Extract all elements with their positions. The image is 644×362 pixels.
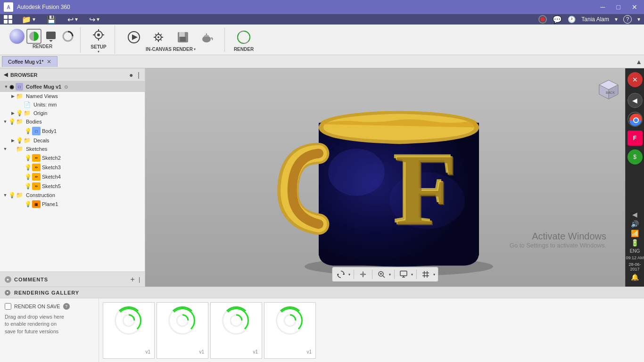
close-button[interactable]: ✕ [629, 2, 640, 12]
file-menu[interactable]: 📁▾ [20, 14, 37, 25]
tree-item-sketch3[interactable]: 💡 ✏ Sketch3 [0, 163, 145, 172]
help-button[interactable]: ? [623, 15, 632, 24]
user-dropdown-arrow[interactable]: ▾ [615, 16, 618, 23]
render-mode-button[interactable]: RENDER [5, 27, 81, 53]
svg-rect-48 [400, 271, 407, 276]
body1-eye[interactable]: 💡 [25, 128, 32, 134]
render-action-button[interactable] [232, 28, 255, 47]
side-btn-close[interactable]: ✕ [627, 72, 643, 87]
tree-item-origin[interactable]: ▶ 💡 📁 Origin [0, 109, 145, 117]
in-canvas-dropdown[interactable]: ▾ [194, 47, 196, 51]
named-views-arrow[interactable]: ▶ [9, 94, 16, 99]
record-button[interactable] [538, 15, 547, 24]
pan-button[interactable] [357, 269, 369, 280]
tree-root[interactable]: ▼ ◉ □ Coffee Mug v1 ⊙ [0, 82, 145, 92]
plane1-eye[interactable]: 💡 [25, 201, 32, 207]
apps-grid-icon[interactable] [4, 15, 12, 24]
browser-collapse-arrow[interactable]: ◀ [4, 72, 8, 78]
bodies-eye[interactable]: 💡 [8, 118, 16, 125]
grid-dropdown[interactable]: ▾ [433, 272, 435, 277]
user-menu[interactable]: Tania Alam [581, 16, 609, 23]
zoom-dropdown[interactable]: ▾ [389, 272, 391, 277]
tree-item-body1[interactable]: 💡 □ Body1 [0, 126, 145, 136]
render-on-save-help[interactable]: ? [63, 303, 70, 310]
side-volume-icon[interactable]: 🔊 [631, 220, 639, 228]
setup-dropdown[interactable]: ▾ [98, 49, 99, 54]
origin-arrow[interactable]: ▶ [9, 111, 16, 115]
browser-pin-button[interactable]: ● [128, 71, 134, 79]
thumbnail-1[interactable]: v1 [103, 302, 155, 359]
side-battery-icon[interactable]: 🔋 [631, 239, 639, 247]
in-canvas-save-button[interactable] [172, 28, 194, 47]
root-visibility[interactable]: ◉ [9, 84, 14, 90]
redo-button[interactable]: ↪▾ [87, 14, 101, 25]
display-dropdown[interactable]: ▾ [411, 272, 413, 277]
tab-expand-button[interactable]: ▲ [636, 58, 642, 66]
tree-item-construction[interactable]: ▼ 💡 📁 Construction [0, 191, 145, 199]
units-label: Units: mm [33, 102, 57, 107]
tree-item-named-views[interactable]: ▶ 📁 Named Views [0, 92, 145, 100]
tree-item-sketch2[interactable]: 💡 ✏ Sketch2 [0, 153, 145, 163]
tree-item-sketch4[interactable]: 💡 ✏ Sketch4 [0, 172, 145, 181]
thumbnail-3[interactable]: v1 [210, 302, 262, 359]
title-bar-controls: ─ □ ✕ [598, 2, 640, 12]
grid-button[interactable] [420, 269, 431, 280]
root-options[interactable]: ⊙ [64, 84, 68, 90]
sketch5-eye[interactable]: 💡 [25, 183, 32, 189]
undo-button[interactable]: ↩▾ [66, 14, 80, 25]
tree-item-decals[interactable]: ▶ 💡 📁 Decals [0, 136, 145, 145]
comments-expand-button[interactable]: | [139, 276, 140, 283]
in-canvas-teapot-button[interactable] [196, 28, 219, 47]
tree-item-sketch5[interactable]: 💡 ✏ Sketch5 [0, 181, 145, 191]
tree-item-plane1[interactable]: 💡 ▦ Plane1 [0, 199, 145, 209]
thumbnail-2[interactable]: v1 [157, 302, 208, 359]
save-button[interactable]: 💾 [45, 14, 58, 25]
right-side-panel: ✕ ◀ F $ ◀ 🔊 📶 🔋 ENG 09:12 AM 28-06-2017 … [625, 68, 644, 287]
view-cube[interactable]: BACK [592, 73, 620, 101]
clock-icon[interactable]: 🕐 [568, 16, 576, 23]
side-expand-btn[interactable]: ◀ [632, 211, 637, 218]
decals-arrow[interactable]: ▶ [9, 138, 16, 143]
sketches-arrow[interactable]: ▼ [2, 147, 8, 151]
comments-section[interactable]: ● COMMENTS + | [0, 272, 145, 287]
decals-eye[interactable]: 💡 [16, 137, 24, 144]
construction-eye[interactable]: 💡 [8, 192, 16, 198]
tree-item-sketches[interactable]: ▼ 📁 Sketches [0, 145, 145, 153]
setup-button[interactable] [87, 25, 110, 44]
side-btn-chrome[interactable] [627, 112, 643, 127]
view-cube-svg[interactable]: BACK [592, 73, 625, 106]
help-dropdown[interactable]: ▾ [637, 16, 640, 23]
in-canvas-play-button[interactable] [123, 28, 145, 47]
thumbnail-4[interactable]: v1 [264, 302, 316, 359]
side-wifi-icon[interactable]: 📶 [631, 230, 639, 237]
zoom-button[interactable] [376, 269, 387, 280]
orbit-dropdown[interactable]: ▾ [348, 272, 350, 277]
rendering-gallery-header[interactable]: ● RENDERING GALLERY [0, 287, 644, 298]
decals-folder: 📁 [24, 137, 32, 144]
tree-item-units[interactable]: 📄 Units: mm [0, 100, 145, 109]
side-notification-icon[interactable]: 🔔 [631, 273, 639, 281]
left-panel: ◀ BROWSER ● | ▼ ◉ □ Coffee Mug v1 ⊙ ▶ 📁 … [0, 68, 145, 287]
sketch4-eye[interactable]: 💡 [25, 173, 32, 180]
comments-add-button[interactable]: + [131, 275, 135, 284]
origin-eye[interactable]: 💡 [16, 110, 24, 116]
minimize-button[interactable]: ─ [598, 2, 608, 12]
side-btn-fusion[interactable]: F [627, 131, 643, 146]
construction-arrow[interactable]: ▼ [2, 193, 8, 197]
tab-close-button[interactable]: ✕ [47, 58, 51, 65]
sketch2-eye[interactable]: 💡 [25, 155, 32, 161]
side-btn-arrow[interactable]: ◀ [627, 93, 643, 108]
sketch3-eye[interactable]: 💡 [25, 164, 32, 171]
display-mode-button[interactable] [398, 269, 409, 280]
chat-icon[interactable]: 💬 [553, 15, 562, 24]
maximize-button[interactable]: □ [614, 2, 623, 12]
tree-item-bodies[interactable]: ▼ 💡 📁 Bodies [0, 117, 145, 126]
render-on-save-checkbox[interactable] [5, 303, 11, 310]
browser-menu-button[interactable]: | [136, 71, 141, 79]
active-tab[interactable]: Coffee Mug v1* ✕ [2, 56, 58, 67]
orbit-button[interactable] [335, 269, 347, 280]
in-canvas-settings-button[interactable] [147, 28, 170, 47]
side-btn-green[interactable]: $ [627, 149, 643, 165]
render-icon-3 [222, 306, 250, 335]
bodies-arrow[interactable]: ▼ [2, 119, 8, 124]
